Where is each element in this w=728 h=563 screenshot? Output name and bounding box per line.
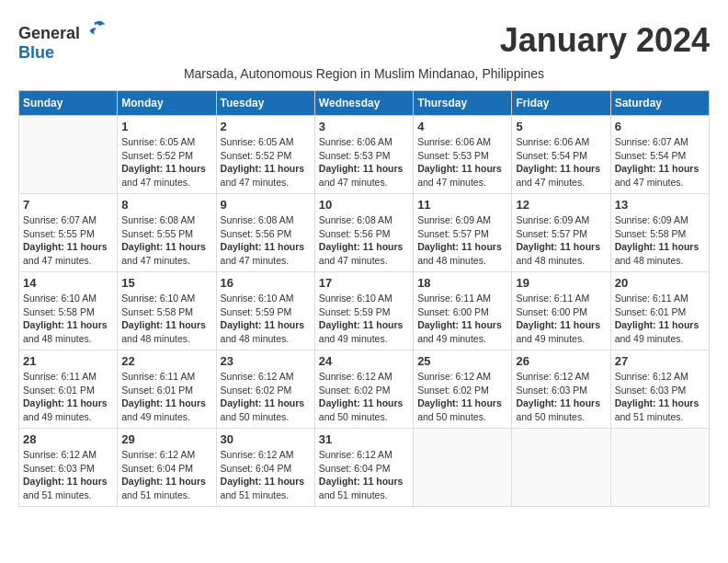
logo-blue: Blue	[18, 43, 54, 62]
day-number: 24	[319, 354, 409, 368]
day-info: Sunrise: 6:10 AMSunset: 5:58 PMDaylight:…	[121, 292, 211, 346]
day-number: 5	[516, 120, 606, 133]
day-info: Sunrise: 6:10 AMSunset: 5:59 PMDaylight:…	[221, 292, 311, 346]
logo-text: General Blue	[18, 18, 107, 63]
calendar-table: SundayMondayTuesdayWednesdayThursdayFrid…	[18, 90, 710, 507]
calendar-cell: 9Sunrise: 6:08 AMSunset: 5:56 PMDaylight…	[216, 194, 314, 272]
week-row-5: 28Sunrise: 6:12 AMSunset: 6:03 PMDayligh…	[19, 429, 710, 507]
day-number: 31	[319, 432, 409, 446]
calendar-cell: 7Sunrise: 6:07 AMSunset: 5:55 PMDaylight…	[19, 194, 118, 272]
calendar-subtitle: Marsada, Autonomous Region in Muslim Min…	[18, 66, 710, 81]
calendar-cell: 21Sunrise: 6:11 AMSunset: 6:01 PMDayligh…	[19, 350, 118, 429]
calendar-cell: 28Sunrise: 6:12 AMSunset: 6:03 PMDayligh…	[19, 429, 118, 507]
day-number: 2	[221, 120, 311, 133]
calendar-cell: 15Sunrise: 6:10 AMSunset: 5:58 PMDayligh…	[118, 272, 216, 350]
logo: General Blue	[18, 18, 107, 63]
day-info: Sunrise: 6:12 AMSunset: 6:02 PMDaylight:…	[319, 370, 409, 424]
week-row-3: 14Sunrise: 6:10 AMSunset: 5:58 PMDayligh…	[19, 272, 710, 350]
week-row-2: 7Sunrise: 6:07 AMSunset: 5:55 PMDaylight…	[19, 194, 710, 272]
day-info: Sunrise: 6:12 AMSunset: 6:02 PMDaylight:…	[221, 370, 311, 424]
day-number: 4	[417, 120, 507, 133]
calendar-cell: 5Sunrise: 6:06 AMSunset: 5:54 PMDaylight…	[512, 116, 610, 194]
day-info: Sunrise: 6:11 AMSunset: 6:01 PMDaylight:…	[121, 370, 211, 424]
day-info: Sunrise: 6:07 AMSunset: 5:54 PMDaylight:…	[615, 135, 705, 190]
calendar-cell: 11Sunrise: 6:09 AMSunset: 5:57 PMDayligh…	[414, 194, 512, 272]
calendar-header-row: SundayMondayTuesdayWednesdayThursdayFrid…	[19, 91, 710, 116]
calendar-cell: 19Sunrise: 6:11 AMSunset: 6:00 PMDayligh…	[512, 272, 610, 350]
day-number: 20	[615, 276, 705, 290]
calendar-cell: 16Sunrise: 6:10 AMSunset: 5:59 PMDayligh…	[216, 272, 314, 350]
calendar-cell: 23Sunrise: 6:12 AMSunset: 6:02 PMDayligh…	[216, 350, 314, 429]
calendar-cell: 3Sunrise: 6:06 AMSunset: 5:53 PMDaylight…	[314, 116, 413, 194]
day-number: 25	[417, 354, 507, 368]
calendar-cell	[414, 429, 512, 507]
day-number: 7	[23, 198, 113, 212]
day-number: 27	[615, 354, 705, 368]
day-number: 23	[221, 354, 311, 368]
day-info: Sunrise: 6:05 AMSunset: 5:52 PMDaylight:…	[221, 135, 311, 190]
calendar-cell: 8Sunrise: 6:08 AMSunset: 5:55 PMDaylight…	[118, 194, 216, 272]
day-number: 6	[615, 120, 705, 133]
day-number: 16	[221, 276, 311, 290]
calendar-header-monday: Monday	[118, 91, 216, 116]
header: General Blue January 2024	[18, 18, 710, 63]
day-number: 21	[23, 354, 113, 368]
day-number: 3	[319, 120, 409, 133]
calendar-cell: 24Sunrise: 6:12 AMSunset: 6:02 PMDayligh…	[314, 350, 413, 429]
day-info: Sunrise: 6:11 AMSunset: 6:01 PMDaylight:…	[615, 292, 705, 346]
day-number: 8	[121, 198, 211, 212]
day-number: 22	[121, 354, 211, 368]
day-info: Sunrise: 6:11 AMSunset: 6:01 PMDaylight:…	[23, 370, 113, 424]
calendar-header-sunday: Sunday	[19, 91, 118, 116]
logo-general: General	[18, 24, 80, 42]
calendar-cell: 14Sunrise: 6:10 AMSunset: 5:58 PMDayligh…	[19, 272, 118, 350]
day-number: 18	[417, 276, 507, 290]
day-info: Sunrise: 6:09 AMSunset: 5:58 PMDaylight:…	[615, 213, 705, 268]
calendar-cell: 22Sunrise: 6:11 AMSunset: 6:01 PMDayligh…	[118, 350, 216, 429]
calendar-cell: 27Sunrise: 6:12 AMSunset: 6:03 PMDayligh…	[610, 350, 709, 429]
calendar-cell: 4Sunrise: 6:06 AMSunset: 5:53 PMDaylight…	[414, 116, 512, 194]
day-info: Sunrise: 6:06 AMSunset: 5:53 PMDaylight:…	[417, 135, 507, 190]
day-number: 29	[121, 432, 211, 446]
calendar-cell: 30Sunrise: 6:12 AMSunset: 6:04 PMDayligh…	[216, 429, 314, 507]
day-info: Sunrise: 6:08 AMSunset: 5:56 PMDaylight:…	[319, 213, 409, 268]
day-number: 12	[516, 198, 606, 212]
day-info: Sunrise: 6:06 AMSunset: 5:54 PMDaylight:…	[516, 135, 606, 190]
calendar-cell: 12Sunrise: 6:09 AMSunset: 5:57 PMDayligh…	[512, 194, 610, 272]
day-info: Sunrise: 6:11 AMSunset: 6:00 PMDaylight:…	[417, 292, 507, 346]
day-number: 28	[23, 432, 113, 446]
calendar-cell: 6Sunrise: 6:07 AMSunset: 5:54 PMDaylight…	[610, 116, 709, 194]
calendar-header-thursday: Thursday	[414, 91, 512, 116]
calendar-cell: 13Sunrise: 6:09 AMSunset: 5:58 PMDayligh…	[610, 194, 709, 272]
day-number: 30	[221, 432, 311, 446]
day-info: Sunrise: 6:12 AMSunset: 6:02 PMDaylight:…	[417, 370, 507, 424]
day-info: Sunrise: 6:05 AMSunset: 5:52 PMDaylight:…	[121, 135, 211, 190]
day-info: Sunrise: 6:08 AMSunset: 5:56 PMDaylight:…	[221, 213, 311, 268]
month-title: January 2024	[500, 21, 710, 60]
day-info: Sunrise: 6:06 AMSunset: 5:53 PMDaylight:…	[319, 135, 409, 190]
week-row-1: 1Sunrise: 6:05 AMSunset: 5:52 PMDaylight…	[19, 116, 710, 194]
calendar-header-friday: Friday	[512, 91, 610, 116]
calendar-cell: 20Sunrise: 6:11 AMSunset: 6:01 PMDayligh…	[610, 272, 709, 350]
calendar-cell: 2Sunrise: 6:05 AMSunset: 5:52 PMDaylight…	[216, 116, 314, 194]
calendar-cell: 29Sunrise: 6:12 AMSunset: 6:04 PMDayligh…	[118, 429, 216, 507]
day-number: 14	[23, 276, 113, 290]
page-container: General Blue January 2024 Marsada, Auton…	[18, 18, 710, 507]
day-number: 1	[121, 120, 211, 133]
day-info: Sunrise: 6:07 AMSunset: 5:55 PMDaylight:…	[23, 213, 113, 268]
calendar-cell: 17Sunrise: 6:10 AMSunset: 5:59 PMDayligh…	[314, 272, 413, 350]
day-number: 11	[417, 198, 507, 212]
day-info: Sunrise: 6:12 AMSunset: 6:04 PMDaylight:…	[221, 448, 311, 502]
day-number: 15	[121, 276, 211, 290]
day-info: Sunrise: 6:08 AMSunset: 5:55 PMDaylight:…	[121, 213, 211, 268]
logo-bird-icon	[86, 18, 107, 39]
week-row-4: 21Sunrise: 6:11 AMSunset: 6:01 PMDayligh…	[19, 350, 710, 429]
day-number: 19	[516, 276, 606, 290]
calendar-header-saturday: Saturday	[610, 91, 709, 116]
day-info: Sunrise: 6:12 AMSunset: 6:04 PMDaylight:…	[121, 448, 211, 502]
day-number: 26	[516, 354, 606, 368]
day-info: Sunrise: 6:09 AMSunset: 5:57 PMDaylight:…	[417, 213, 507, 268]
day-info: Sunrise: 6:12 AMSunset: 6:04 PMDaylight:…	[319, 448, 409, 502]
day-info: Sunrise: 6:10 AMSunset: 5:59 PMDaylight:…	[319, 292, 409, 346]
day-number: 13	[615, 198, 705, 212]
